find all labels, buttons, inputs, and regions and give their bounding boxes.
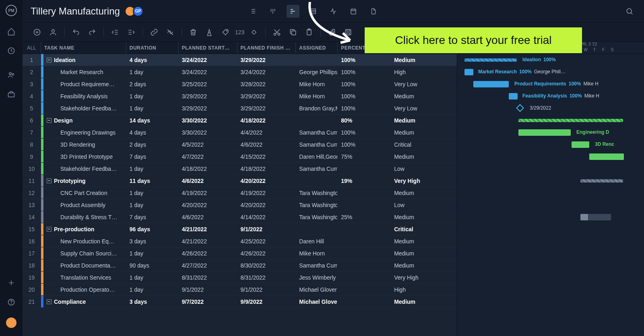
gantt-bar[interactable] <box>572 141 589 148</box>
finish-cell[interactable]: 4/18/2022 <box>237 163 296 174</box>
task-row[interactable]: 21−Compliance3 days9/7/20229/9/2022Micha… <box>23 296 457 308</box>
col-start[interactable]: PLANNED START… <box>179 42 237 54</box>
unlink-icon[interactable] <box>164 26 177 39</box>
tag-icon[interactable] <box>219 26 232 39</box>
priority-cell[interactable]: Medium <box>391 235 457 247</box>
percent-cell[interactable]: 75% <box>338 151 391 162</box>
task-name-cell[interactable]: Engineering Drawings <box>43 127 126 138</box>
percent-cell[interactable] <box>338 259 391 271</box>
duration-cell[interactable]: 1 day <box>126 66 179 78</box>
view-sheet-icon[interactable] <box>307 5 320 18</box>
task-name-cell[interactable]: −Compliance <box>43 296 126 307</box>
task-name-cell[interactable]: Translation Services <box>43 272 126 283</box>
start-cell[interactable]: 4/26/2022 <box>179 247 237 259</box>
view-list-icon[interactable] <box>246 5 259 18</box>
start-cell[interactable]: 4/21/2022 <box>179 235 237 247</box>
task-name-cell[interactable]: −Pre-production <box>43 223 126 235</box>
task-row[interactable]: 83D Rendering2 days4/5/20224/6/2022Saman… <box>23 139 457 151</box>
finish-cell[interactable]: 4/14/2022 <box>237 211 296 223</box>
priority-cell[interactable]: Medium <box>391 259 457 271</box>
percent-cell[interactable]: 100% <box>338 127 391 138</box>
view-activity-icon[interactable] <box>327 5 340 18</box>
start-cell[interactable]: 4/6/2022 <box>179 211 237 223</box>
assigned-cell[interactable]: Michael Glover <box>296 296 338 307</box>
start-cell[interactable]: 9/1/2022 <box>179 284 237 295</box>
percent-cell[interactable] <box>338 272 391 283</box>
start-cell[interactable]: 3/30/2022 <box>179 127 237 138</box>
duration-cell[interactable]: 14 days <box>126 114 179 126</box>
col-assigned[interactable]: ASSIGNED <box>296 42 338 54</box>
task-row[interactable]: 3Product Requireme…2 days3/25/20223/28/2… <box>23 78 457 90</box>
finish-cell[interactable]: 9/9/2022 <box>237 296 296 307</box>
start-cell[interactable]: 4/5/2022 <box>179 139 237 150</box>
duration-cell[interactable]: 3 days <box>126 235 179 247</box>
collapse-icon[interactable]: − <box>47 227 52 232</box>
priority-cell[interactable]: Very Low <box>391 78 457 90</box>
undo-icon[interactable] <box>70 26 83 39</box>
percent-cell[interactable] <box>338 187 391 199</box>
user-avatar[interactable] <box>6 317 17 328</box>
view-calendar-icon[interactable] <box>347 5 360 18</box>
finish-cell[interactable]: 4/20/2022 <box>237 199 296 211</box>
duration-cell[interactable]: 4 days <box>126 54 179 66</box>
app-logo[interactable]: PM <box>6 5 17 16</box>
task-row[interactable]: 2Market Research1 day3/24/20223/24/2022G… <box>23 66 457 78</box>
task-name-cell[interactable]: Product Documenta… <box>43 259 126 271</box>
save-icon[interactable] <box>342 26 355 39</box>
delete-icon[interactable] <box>187 26 200 39</box>
finish-cell[interactable]: 8/31/2022 <box>237 272 296 283</box>
assigned-cell[interactable]: Tara Washingto <box>296 199 338 211</box>
task-name-cell[interactable]: Stakeholder Feedba… <box>43 102 126 114</box>
priority-cell[interactable]: Medium <box>391 127 457 138</box>
duration-cell[interactable]: 2 days <box>126 78 179 90</box>
assigned-cell[interactable]: Samantha Cum <box>296 127 338 138</box>
percent-cell[interactable]: 19% <box>338 175 391 187</box>
finish-cell[interactable]: 4/6/2022 <box>237 139 296 150</box>
priority-cell[interactable]: Medium <box>391 247 457 259</box>
milestone-diamond[interactable] <box>516 104 524 112</box>
start-cell[interactable]: 4/21/2022 <box>179 223 237 235</box>
percent-cell[interactable]: 100% <box>338 102 391 114</box>
task-name-cell[interactable]: New Production Eq… <box>43 235 126 247</box>
gantt-bar[interactable] <box>464 69 473 75</box>
finish-cell[interactable]: 3/29/2022 <box>237 90 296 102</box>
percent-cell[interactable]: 100% <box>338 66 391 78</box>
copy-icon[interactable] <box>287 26 299 39</box>
start-cell[interactable]: 3/29/2022 <box>179 90 237 102</box>
task-name-cell[interactable]: 3D Rendering <box>43 139 126 150</box>
task-name-cell[interactable]: 3D Printed Prototype <box>43 151 126 162</box>
task-row[interactable]: 7Engineering Drawings4 days3/30/20224/4/… <box>23 127 457 139</box>
priority-cell[interactable]: Medium <box>391 211 457 223</box>
start-cell[interactable]: 4/18/2022 <box>179 163 237 174</box>
add-icon[interactable] <box>7 279 15 287</box>
assigned-cell[interactable]: Mike Horn <box>296 78 338 90</box>
view-file-icon[interactable] <box>367 5 380 18</box>
start-cell[interactable]: 3/25/2022 <box>179 78 237 90</box>
task-name-cell[interactable]: −Design <box>43 114 126 126</box>
start-cell[interactable]: 4/7/2022 <box>179 151 237 162</box>
priority-cell[interactable]: Medium <box>391 187 457 199</box>
redo-icon[interactable] <box>86 26 99 39</box>
recent-icon[interactable] <box>7 47 15 55</box>
assigned-cell[interactable]: Brandon Gray,M <box>296 102 338 114</box>
percent-cell[interactable] <box>338 296 391 307</box>
task-name-cell[interactable]: Production Operato… <box>43 284 126 295</box>
start-cell[interactable]: 9/7/2022 <box>179 296 237 307</box>
duration-cell[interactable]: 1 day <box>126 272 179 283</box>
assigned-cell[interactable] <box>296 175 338 187</box>
percent-cell[interactable]: 100% <box>338 54 391 66</box>
assigned-cell[interactable]: Daren Hill <box>296 235 338 247</box>
gantt-chart[interactable]: h, 20 '22 MAR, 27 '22 APR, 3 '22 WTFSSMT… <box>457 42 644 336</box>
priority-cell[interactable]: Critical <box>391 139 457 150</box>
percent-cell[interactable]: 25% <box>338 211 391 223</box>
search-icon[interactable] <box>623 5 636 18</box>
assigned-cell[interactable]: Tara Washingto <box>296 211 338 223</box>
task-row[interactable]: 10Stakeholder Feedba…1 day4/18/20224/18/… <box>23 163 457 175</box>
collapse-icon[interactable]: − <box>47 299 52 304</box>
duration-cell[interactable]: 4 days <box>126 127 179 138</box>
collapse-icon[interactable]: − <box>47 58 52 62</box>
task-row[interactable]: 6−Design14 days3/30/20224/18/202280%Medi… <box>23 114 457 127</box>
assigned-cell[interactable]: Mike Horn <box>296 247 338 259</box>
finish-cell[interactable]: 4/19/2022 <box>237 187 296 199</box>
help-icon[interactable] <box>7 298 15 306</box>
